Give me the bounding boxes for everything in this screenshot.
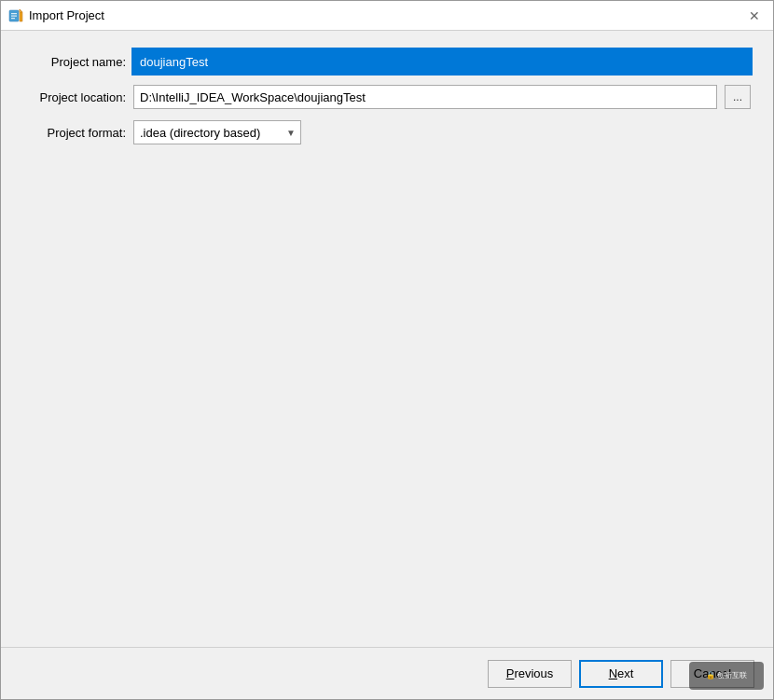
watermark: 🔒 创新互联 — [689, 662, 764, 690]
dialog-content: Project name: Project location: ... Proj… — [1, 31, 773, 647]
svg-rect-2 — [11, 15, 17, 16]
previous-button[interactable]: Previous — [488, 660, 572, 688]
project-format-select-wrapper: .idea (directory based) .ipr (file based… — [133, 120, 301, 144]
previous-label: Previous — [506, 666, 554, 680]
browse-button[interactable]: ... — [725, 85, 751, 109]
watermark-text: 🔒 创新互联 — [706, 671, 747, 680]
title-bar: Import Project ✕ — [1, 1, 773, 31]
close-icon: ✕ — [749, 8, 760, 23]
project-name-input[interactable] — [133, 49, 751, 74]
next-label: Next — [609, 666, 634, 680]
project-name-row: Project name: — [23, 49, 751, 74]
project-location-input[interactable] — [133, 85, 717, 109]
import-project-dialog: Import Project ✕ Project name: Project l… — [0, 0, 774, 700]
dialog-title: Import Project — [29, 8, 104, 22]
svg-rect-1 — [11, 13, 17, 14]
title-bar-left: Import Project — [8, 8, 104, 23]
close-button[interactable]: ✕ — [743, 5, 766, 27]
browse-icon: ... — [733, 90, 742, 103]
project-location-row: Project location: ... — [23, 85, 751, 109]
project-name-input-container — [133, 49, 751, 74]
svg-rect-3 — [11, 18, 15, 19]
next-button[interactable]: Next — [579, 660, 663, 688]
project-format-row: Project format: .idea (directory based) … — [23, 120, 751, 144]
svg-marker-5 — [20, 9, 22, 12]
dialog-footer: Previous Next Cancel — [1, 647, 773, 699]
project-format-select[interactable]: .idea (directory based) .ipr (file based… — [133, 120, 301, 144]
project-format-label: Project format: — [23, 126, 126, 140]
project-location-label: Project location: — [23, 90, 126, 104]
project-name-label: Project name: — [23, 55, 126, 69]
dialog-icon — [8, 8, 23, 23]
